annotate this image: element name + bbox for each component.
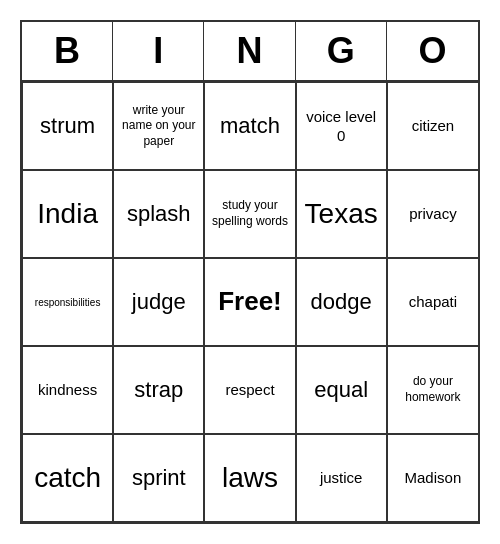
bingo-cell-4: citizen bbox=[387, 82, 478, 170]
bingo-cell-16: strap bbox=[113, 346, 204, 434]
bingo-cell-8: Texas bbox=[296, 170, 387, 258]
bingo-cell-21: sprint bbox=[113, 434, 204, 522]
bingo-cell-1: write your name on your paper bbox=[113, 82, 204, 170]
header-letter-b: B bbox=[22, 22, 113, 80]
bingo-cell-6: splash bbox=[113, 170, 204, 258]
bingo-cell-15: kindness bbox=[22, 346, 113, 434]
bingo-cell-24: Madison bbox=[387, 434, 478, 522]
header-letter-i: I bbox=[113, 22, 204, 80]
bingo-cell-19: do your homework bbox=[387, 346, 478, 434]
bingo-cell-22: laws bbox=[204, 434, 295, 522]
bingo-cell-5: India bbox=[22, 170, 113, 258]
bingo-cell-11: judge bbox=[113, 258, 204, 346]
bingo-card: BINGO strumwrite your name on your paper… bbox=[20, 20, 480, 524]
bingo-header: BINGO bbox=[22, 22, 478, 82]
bingo-cell-23: justice bbox=[296, 434, 387, 522]
header-letter-g: G bbox=[296, 22, 387, 80]
header-letter-o: O bbox=[387, 22, 478, 80]
header-letter-n: N bbox=[204, 22, 295, 80]
bingo-cell-20: catch bbox=[22, 434, 113, 522]
bingo-cell-2: match bbox=[204, 82, 295, 170]
bingo-grid: strumwrite your name on your papermatchv… bbox=[22, 82, 478, 522]
bingo-cell-13: dodge bbox=[296, 258, 387, 346]
bingo-cell-10: responsibilities bbox=[22, 258, 113, 346]
bingo-cell-14: chapati bbox=[387, 258, 478, 346]
bingo-cell-18: equal bbox=[296, 346, 387, 434]
bingo-cell-9: privacy bbox=[387, 170, 478, 258]
bingo-cell-12: Free! bbox=[204, 258, 295, 346]
bingo-cell-7: study your spelling words bbox=[204, 170, 295, 258]
bingo-cell-3: voice level 0 bbox=[296, 82, 387, 170]
bingo-cell-0: strum bbox=[22, 82, 113, 170]
bingo-cell-17: respect bbox=[204, 346, 295, 434]
